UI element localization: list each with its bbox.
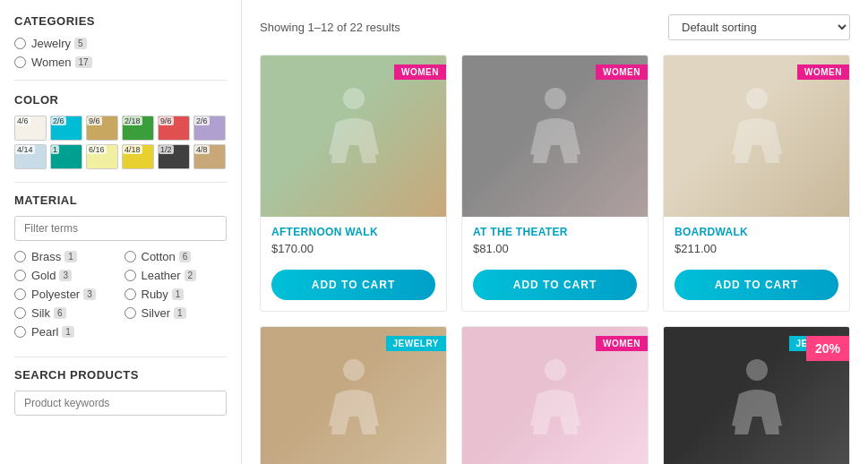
svg-point-4 [545,359,566,381]
material-item-silk[interactable]: Silk 6 [14,306,117,320]
material-item-polyester[interactable]: Polyester 3 [14,288,117,301]
product-image-6: JEWELRY 20% [664,327,849,464]
color-swatch-9[interactable]: 4/18 [122,144,154,169]
product-info-2: AT THE THEATER $81.00 [462,217,648,270]
product-figure-2 [462,56,648,217]
product-name-3: BOARDWALK [675,226,838,238]
color-swatch-10[interactable]: 1/2 [158,144,190,169]
divider-2 [14,182,227,183]
product-badge-2: WOMEN [596,64,648,80]
color-swatch-4[interactable]: 9/6 [158,116,190,141]
material-item-cotton[interactable]: Cotton 6 [125,250,228,263]
product-price-2: $81.00 [473,242,637,255]
product-card-6: JEWELRY 20% NIGHT OUT $130.00 ADD TO CAR… [663,326,850,464]
product-image-3: WOMEN [664,56,849,217]
svg-point-3 [343,359,365,381]
category-item-jewelry[interactable]: Jewelry 5 [14,37,227,50]
product-price-1: $170.00 [271,242,435,255]
categories-title: CATEGORIES [14,14,227,28]
color-section: COLOR 4/62/69/62/189/62/64/1416/164/181/… [14,93,227,169]
material-right-col: Cotton 6 Leather 2 Ruby 1 Silver 1 [125,250,228,344]
product-image-4: JEWELRY [261,327,446,464]
sort-select[interactable]: Default sortingSort by popularitySort by… [668,14,850,40]
main-content: Showing 1–12 of 22 results Default sorti… [242,0,868,464]
category-item-women[interactable]: Women 17 [14,56,227,69]
product-grid: WOMEN AFTERNOON WALK $170.00 ADD TO CART [260,55,850,464]
product-card-2: WOMEN AT THE THEATER $81.00 ADD TO CART [461,55,649,312]
material-columns: Brass 1 Gold 3 Polyester 3 Silk 6 Pearl … [14,250,227,344]
discount-badge: 20% [806,336,849,361]
results-count: Showing 1–12 of 22 results [260,21,400,34]
product-name-2: AT THE THEATER [473,226,637,238]
color-swatch-0[interactable]: 4/6 [14,116,47,141]
color-swatch-8[interactable]: 6/16 [86,144,118,169]
product-card-1: WOMEN AFTERNOON WALK $170.00 ADD TO CART [260,55,447,312]
product-card-4: JEWELRY JEWEL NECKLACE $95.00 ADD TO CAR… [260,326,447,464]
color-swatch-7[interactable]: 1 [50,144,82,169]
material-filter-input[interactable] [14,216,227,241]
product-card-5: WOMEN SUMMER DRESS $64.00 ADD TO CART [461,326,649,464]
divider-1 [14,80,227,81]
add-to-cart-button-2[interactable]: ADD TO CART [473,270,637,300]
swatches-grid: 4/62/69/62/189/62/64/1416/164/181/24/8 [14,116,227,169]
svg-point-5 [746,359,768,381]
top-bar: Showing 1–12 of 22 results Default sorti… [260,14,850,40]
material-item-leather[interactable]: Leather 2 [125,269,228,282]
product-badge-1: WOMEN [394,64,446,80]
product-badge-5: WOMEN [596,336,648,351]
product-figure-1 [261,56,446,217]
color-title: COLOR [14,93,227,107]
color-swatch-11[interactable]: 4/8 [193,144,226,169]
product-price-3: $211.00 [675,242,838,255]
color-swatch-1[interactable]: 2/6 [50,116,82,141]
product-search-input[interactable] [14,391,227,416]
svg-point-1 [545,88,566,109]
color-swatch-3[interactable]: 2/18 [122,116,154,141]
search-products-title: SEARCH PRODUCTS [14,368,227,382]
product-badge-4: JEWELRY [386,336,446,351]
color-swatch-6[interactable]: 4/14 [14,144,47,169]
add-to-cart-button-3[interactable]: ADD TO CART [675,270,838,300]
material-title: MATERIAL [14,193,227,207]
material-item-pearl[interactable]: Pearl 1 [14,325,117,339]
product-image-2: WOMEN [462,56,648,217]
material-left-col: Brass 1 Gold 3 Polyester 3 Silk 6 Pearl … [14,250,117,344]
add-to-cart-button-1[interactable]: ADD TO CART [271,270,435,300]
material-item-gold[interactable]: Gold 3 [14,269,117,282]
material-item-ruby[interactable]: Ruby 1 [125,288,228,301]
categories-list: Jewelry 5 Women 17 [14,37,227,69]
product-badge-3: WOMEN [797,64,849,80]
sidebar: CATEGORIES Jewelry 5 Women 17 COLOR 4/62… [0,0,242,464]
product-info-1: AFTERNOON WALK $170.00 [261,217,446,270]
material-section: MATERIAL Brass 1 Gold 3 Polyester 3 Silk… [14,193,227,344]
product-image-5: WOMEN [462,327,648,464]
svg-point-0 [343,88,365,109]
search-section: SEARCH PRODUCTS [14,368,227,416]
material-item-silver[interactable]: Silver 1 [125,306,228,320]
color-swatch-2[interactable]: 9/6 [86,116,118,141]
product-image-1: WOMEN [261,56,446,217]
product-card-3: WOMEN BOARDWALK $211.00 ADD TO CART [663,55,850,312]
divider-3 [14,357,227,357]
product-figure-3 [664,56,849,217]
product-info-3: BOARDWALK $211.00 [664,217,849,270]
color-swatch-5[interactable]: 2/6 [193,116,226,141]
svg-point-2 [746,88,768,109]
material-item-brass[interactable]: Brass 1 [14,250,117,263]
product-name-1: AFTERNOON WALK [271,226,435,238]
